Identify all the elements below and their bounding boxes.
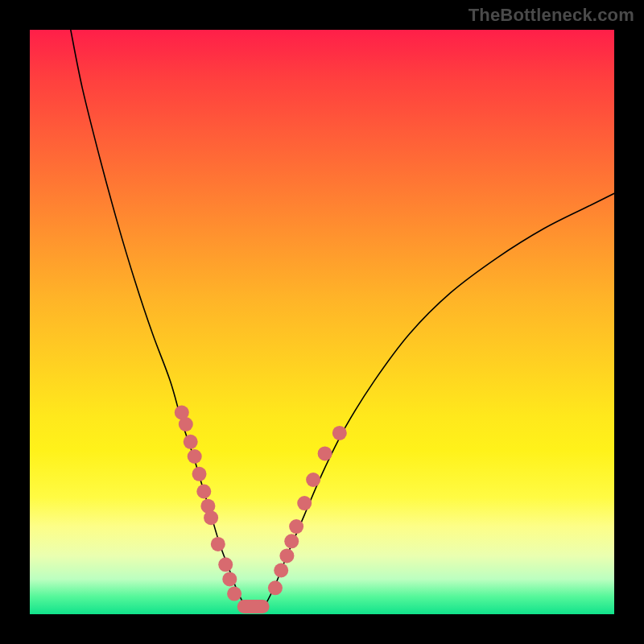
data-point bbox=[274, 564, 288, 578]
data-point bbox=[218, 557, 233, 572]
data-point bbox=[196, 485, 211, 499]
data-point bbox=[332, 426, 347, 440]
data-point bbox=[268, 580, 283, 595]
watermark-text: TheBottleneck.com bbox=[469, 5, 634, 26]
curve-left-branch bbox=[71, 30, 246, 609]
curve-layer bbox=[30, 30, 614, 614]
data-point bbox=[204, 510, 218, 525]
data-point bbox=[297, 496, 312, 510]
data-point bbox=[318, 446, 332, 460]
trough-pill bbox=[237, 600, 270, 613]
data-point bbox=[306, 473, 320, 487]
curve-right-branch bbox=[263, 193, 614, 608]
data-point bbox=[188, 449, 202, 464]
plot-area bbox=[30, 30, 614, 614]
marker-layer bbox=[175, 406, 347, 614]
data-point bbox=[179, 417, 193, 431]
data-point bbox=[192, 467, 207, 481]
data-point bbox=[227, 587, 242, 601]
data-point bbox=[222, 572, 237, 586]
data-point bbox=[211, 537, 225, 551]
data-point bbox=[184, 435, 198, 449]
data-point bbox=[279, 548, 294, 563]
data-point bbox=[289, 519, 303, 534]
chart-stage: TheBottleneck.com bbox=[0, 0, 644, 644]
data-point bbox=[284, 534, 299, 548]
